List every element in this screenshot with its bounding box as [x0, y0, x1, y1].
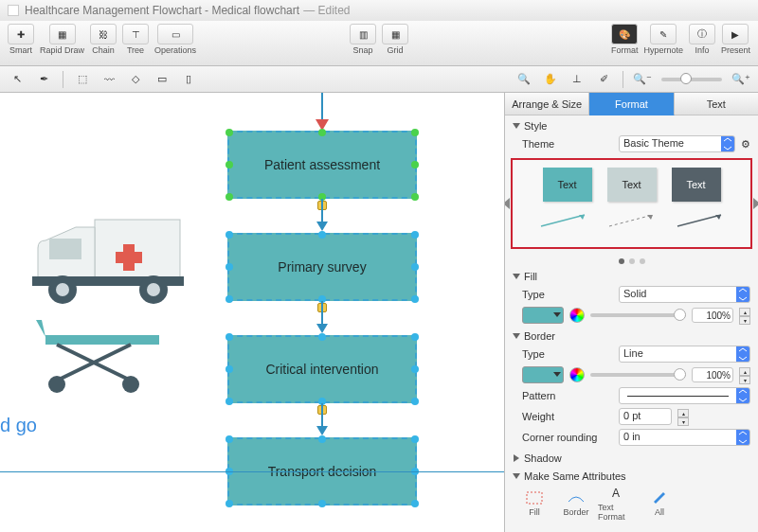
border-type-select[interactable]: Line [619, 346, 750, 363]
tree-icon: ⊤ [132, 29, 140, 40]
arrow-head-icon [316, 324, 328, 333]
arrow-head-icon [316, 222, 328, 231]
node-label: Critical intervention [265, 362, 378, 377]
svg-line-14 [541, 215, 585, 226]
fill-opacity-stepper[interactable]: ▴▾ [739, 308, 750, 323]
border-opacity-slider[interactable] [590, 373, 686, 377]
toolbar-present[interactable]: ▶ Present [721, 24, 750, 55]
arrow-head-icon [316, 426, 328, 435]
section-fill-header[interactable]: Fill [505, 266, 758, 284]
node-label: Primary survey [278, 259, 366, 275]
style-swatch[interactable]: Text [543, 168, 592, 202]
color-wheel-icon[interactable] [569, 308, 585, 323]
theme-label: Theme [522, 138, 613, 150]
text-format-icon: A [608, 486, 627, 501]
stamp-tool[interactable]: ⊥ [566, 70, 588, 89]
pen-tool[interactable]: ✒ [32, 70, 55, 89]
disclosure-triangle-icon [514, 454, 519, 462]
disclosure-triangle-icon [513, 123, 520, 129]
canvas[interactable]: Patient assessment Primary survey Critic… [0, 93, 504, 532]
svg-rect-3 [116, 252, 142, 263]
border-opacity-stepper[interactable]: ▴▾ [739, 367, 750, 382]
weight-stepper[interactable]: ▴▾ [677, 409, 689, 424]
select-tool[interactable]: ⬚ [71, 70, 94, 89]
border-type-label: Type [522, 348, 613, 360]
style-swatch[interactable]: Text [607, 168, 657, 202]
toolbar-operations[interactable]: ▭ Operations [154, 24, 196, 55]
corner-label: Corner rounding [522, 432, 613, 443]
fill-type-select[interactable]: Solid [619, 286, 750, 303]
next-styles-button[interactable] [753, 198, 758, 209]
node-tool[interactable]: ◇ [124, 70, 147, 89]
line-style-preview[interactable] [605, 211, 659, 230]
line-style-preview[interactable] [674, 211, 727, 230]
toolbar-chain[interactable]: ⛓ Chain [90, 24, 117, 55]
zoom-tool[interactable]: 🔍 [513, 70, 535, 89]
shapes-tool[interactable]: ▭ [151, 70, 173, 89]
toolbar-format[interactable]: 🎨 Format [611, 24, 639, 55]
section-make-same-header[interactable]: Make Same Attributes [505, 466, 758, 484]
style-presets: Text Text Text [511, 158, 752, 249]
toolbar-grid[interactable]: ▦ Grid [382, 24, 408, 55]
toolbar-tree[interactable]: ⊤ Tree [122, 24, 149, 55]
toolbar-info[interactable]: ⓘ Info [689, 24, 715, 55]
pan-tool[interactable]: ✋ [539, 70, 562, 89]
svg-point-13 [122, 376, 139, 393]
prev-styles-button[interactable] [504, 198, 510, 209]
zoom-out-button[interactable]: 🔍⁻ [631, 70, 654, 89]
corner-select[interactable]: 0 in [619, 429, 750, 446]
zoom-slider[interactable] [661, 78, 722, 81]
cursor-tool[interactable]: ↖ [6, 70, 28, 89]
make-same-all[interactable]: All [640, 490, 679, 517]
theme-select[interactable]: Basic Theme [619, 135, 735, 152]
section-shadow-header[interactable]: Shadow [505, 448, 758, 466]
lasso-tool[interactable]: 〰 [98, 70, 120, 89]
flowchart-node[interactable]: Critical intervention [227, 335, 417, 403]
toolbar-snap[interactable]: ▥ Snap [350, 24, 376, 55]
svg-marker-17 [647, 215, 653, 220]
svg-point-8 [147, 283, 160, 296]
border-opacity-value[interactable]: 100% [692, 367, 733, 382]
eyedropper-tool[interactable]: ✐ [592, 70, 615, 89]
tab-format[interactable]: Format [589, 93, 674, 115]
brush-icon [650, 490, 669, 505]
toolbar-rapid-draw[interactable]: ▦ Rapid Draw [40, 24, 84, 55]
make-same-fill[interactable]: Fill [514, 490, 554, 517]
toolbar-smart[interactable]: ✚ Smart [8, 24, 34, 55]
tab-text[interactable]: Text [675, 93, 758, 115]
wallet-icon[interactable]: ▯ [177, 70, 200, 89]
make-same-border[interactable]: Border [556, 490, 596, 517]
connector-line[interactable] [0, 471, 504, 472]
zoom-in-button[interactable]: 🔍⁺ [730, 70, 752, 89]
disclosure-triangle-icon [513, 333, 520, 339]
color-wheel-icon[interactable] [569, 367, 585, 382]
disclosure-triangle-icon [513, 473, 520, 479]
svg-text:A: A [612, 487, 620, 500]
weight-input[interactable]: 0 pt [619, 408, 672, 425]
style-pager[interactable] [505, 258, 758, 264]
main-toolbar: ✚ Smart ▦ Rapid Draw ⛓ Chain ⊤ Tree ▭ Op… [0, 21, 758, 66]
weight-label: Weight [522, 411, 613, 422]
disclosure-triangle-icon [513, 274, 520, 279]
svg-line-16 [609, 215, 653, 226]
pattern-select[interactable] [619, 387, 750, 404]
svg-line-18 [677, 215, 721, 226]
fill-opacity-slider[interactable] [590, 313, 686, 317]
style-swatch[interactable]: Text [672, 168, 721, 202]
section-border-header[interactable]: Border [505, 326, 758, 344]
make-same-text-format[interactable]: A Text Format [598, 486, 638, 522]
fill-color-well[interactable] [522, 307, 564, 324]
gear-icon[interactable]: ⚙ [741, 138, 750, 151]
info-icon: ⓘ [697, 27, 707, 41]
svg-rect-9 [45, 335, 159, 345]
note-icon: ✎ [659, 29, 667, 40]
flowchart-node[interactable]: Primary survey [227, 233, 417, 301]
tab-arrange-size[interactable]: Arrange & Size [505, 93, 589, 115]
flowchart-node[interactable]: Patient assessment [227, 131, 417, 199]
svg-point-12 [48, 376, 65, 393]
toolbar-hypernote[interactable]: ✎ Hypernote [643, 24, 683, 55]
section-style-header[interactable]: Style [505, 115, 758, 133]
line-style-preview[interactable] [537, 211, 590, 230]
border-color-well[interactable] [522, 366, 564, 383]
fill-opacity-value[interactable]: 100% [692, 308, 733, 323]
